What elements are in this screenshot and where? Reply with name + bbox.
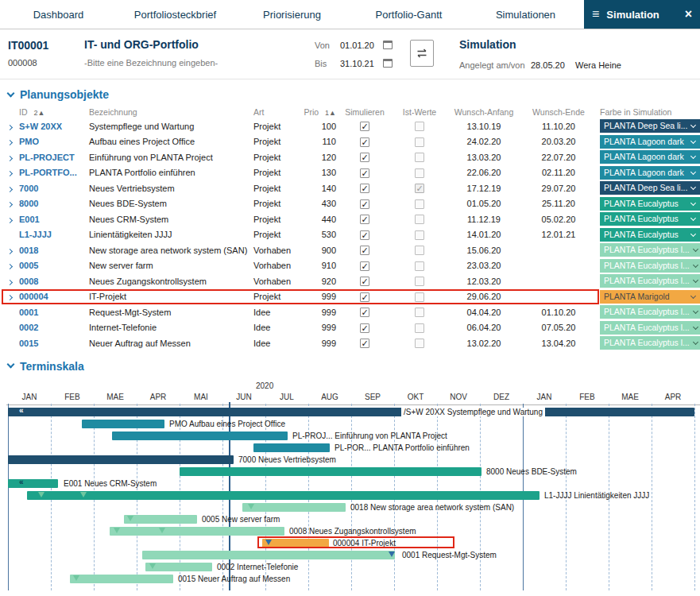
farbe-dropdown[interactable]: PLANTA Lagoon dark	[600, 166, 700, 180]
farbe-dropdown[interactable]: PLANTA Eucalyptus l...	[600, 259, 700, 273]
simulieren-checkbox[interactable]: ✓	[360, 122, 369, 131]
gantt-bar-7000[interactable]	[8, 455, 234, 464]
farbe-dropdown[interactable]: PLANTA Eucalyptus l...	[600, 274, 700, 288]
planning-row-l1-jjjj[interactable]: L1-JJJJLinientätigkeiten JJJJProjekt530✓…	[5, 227, 700, 243]
ist-werte-checkbox[interactable]	[415, 339, 424, 348]
von-date-field[interactable]: 01.01.20	[340, 41, 374, 50]
ist-werte-checkbox[interactable]	[415, 137, 424, 147]
tab-simulationen[interactable]: Simulationen	[467, 0, 584, 29]
simulieren-checkbox[interactable]: ✓	[360, 246, 369, 255]
planning-row-e001[interactable]: E001Neues CRM-SystemProjekt440✓11.12.190…	[5, 211, 700, 227]
milestone-marker-icon[interactable]	[38, 492, 44, 497]
farbe-dropdown[interactable]: PLANTA Eucalyptus	[600, 197, 700, 211]
active-module-simulation[interactable]: ≡ Simulation ×	[584, 0, 700, 29]
ist-werte-checkbox[interactable]	[415, 199, 424, 209]
farbe-dropdown[interactable]: PLANTA Eucalyptus l...	[600, 336, 700, 350]
simulieren-checkbox[interactable]: ✓	[360, 137, 369, 147]
ist-werte-checkbox[interactable]: ✓	[415, 184, 424, 193]
expand-chevron-icon[interactable]	[7, 140, 13, 145]
tab-portfoliosteckbrief[interactable]: Portfoliosteckbrief	[117, 0, 234, 29]
farbe-dropdown[interactable]: PLANTA Eucalyptus	[600, 228, 700, 242]
milestone-marker-icon[interactable]	[265, 540, 272, 545]
calendar-icon[interactable]	[383, 41, 393, 49]
col-bezeichnung[interactable]: Bezeichnung	[89, 107, 253, 117]
gantt-bar-8000[interactable]	[180, 467, 481, 476]
farbe-dropdown[interactable]: PLANTA Deep Sea li...	[600, 119, 700, 133]
expand-chevron-icon[interactable]	[7, 202, 13, 207]
col-ist-werte[interactable]: Ist-Werte	[393, 107, 446, 117]
expand-chevron-icon[interactable]	[7, 264, 13, 269]
gantt-bar-e001[interactable]	[8, 479, 58, 488]
planning-row-pl-project[interactable]: PL-PROJECTEinführung von PLANTA ProjectP…	[5, 149, 700, 165]
planning-row-7000[interactable]: 7000Neues VertriebsystemProjekt140✓✓17.1…	[5, 180, 700, 196]
col-wunsch-ende[interactable]: Wunsch-Ende	[522, 107, 595, 117]
expand-chevron-icon[interactable]	[7, 187, 13, 192]
gantt-bar-0005[interactable]	[124, 515, 197, 524]
ist-werte-checkbox[interactable]	[415, 230, 424, 240]
calendar-icon[interactable]	[383, 59, 393, 68]
planning-row-0001[interactable]: 0001Request-Mgt-SystemIdee999✓04.04.2001…	[5, 304, 700, 320]
planning-row-s-w-20xx[interactable]: S+W 20XXSystempflege und WartungProjekt1…	[5, 118, 700, 134]
expand-chevron-icon[interactable]	[7, 218, 13, 223]
simulieren-checkbox[interactable]: ✓	[360, 230, 369, 240]
bis-date-field[interactable]: 31.10.21	[340, 59, 374, 68]
ist-werte-checkbox[interactable]	[415, 308, 424, 317]
close-icon[interactable]: ×	[685, 8, 692, 21]
simulieren-checkbox[interactable]: ✓	[360, 277, 369, 286]
simulieren-checkbox[interactable]: ✓	[360, 323, 369, 333]
planning-row-0002[interactable]: 0002Internet-TelefonieIdee999✓06.04.2007…	[5, 320, 700, 336]
milestone-marker-icon[interactable]	[149, 563, 156, 569]
gantt-bar-0008[interactable]	[110, 527, 284, 536]
hamburger-menu-icon[interactable]: ≡	[592, 8, 599, 21]
tab-dashboard[interactable]: Dashboard	[0, 0, 117, 29]
farbe-dropdown[interactable]: PLANTA Eucalyptus	[600, 212, 700, 226]
col-wunsch-anfang[interactable]: Wunsch-Anfang	[446, 107, 522, 117]
farbe-dropdown[interactable]: PLANTA Eucalyptus l...	[600, 305, 700, 319]
ist-werte-checkbox[interactable]	[415, 215, 424, 224]
ist-werte-checkbox[interactable]	[415, 246, 424, 255]
simulieren-checkbox[interactable]: ✓	[360, 292, 369, 302]
planning-row-0018[interactable]: 0018New storage area network system (SAN…	[5, 242, 700, 258]
planning-row-0005[interactable]: 0005New server farmVorhaben910✓23.03.20P…	[5, 258, 700, 274]
gantt-bar-0015[interactable]	[70, 575, 173, 583]
milestone-marker-icon[interactable]	[159, 528, 165, 533]
expand-chevron-icon[interactable]	[7, 171, 13, 176]
milestone-marker-icon[interactable]	[127, 516, 133, 521]
milestone-marker-icon[interactable]	[73, 575, 79, 581]
milestone-marker-icon[interactable]	[248, 504, 254, 509]
ist-werte-checkbox[interactable]	[415, 261, 424, 271]
milestone-marker-icon[interactable]	[80, 492, 87, 497]
farbe-dropdown[interactable]: PLANTA Deep Sea li...	[600, 181, 700, 195]
ist-werte-checkbox[interactable]	[415, 168, 424, 178]
planning-row-0015[interactable]: 0015Neuer Auftrag auf MessenIdee999✓13.0…	[5, 335, 700, 351]
simulieren-checkbox[interactable]: ✓	[360, 339, 369, 348]
col-prio[interactable]: Prio1▲	[303, 107, 336, 117]
farbe-dropdown[interactable]: PLANTA Lagoon dark	[600, 135, 700, 149]
col-farbe[interactable]: Farbe in Simulation	[595, 107, 700, 117]
milestone-marker-icon[interactable]	[389, 551, 395, 557]
collapse-chevron-icon[interactable]	[7, 361, 15, 369]
simulieren-checkbox[interactable]: ✓	[360, 261, 369, 271]
refresh-button[interactable]	[410, 40, 434, 67]
col-id[interactable]: ID2▲	[19, 107, 89, 117]
expand-chevron-icon[interactable]	[7, 280, 13, 285]
gantt-bar-pmo[interactable]	[82, 420, 164, 428]
gantt-bar-0001[interactable]	[142, 551, 395, 559]
col-simulieren[interactable]: Simulieren	[336, 107, 393, 117]
ist-werte-checkbox[interactable]	[415, 277, 424, 286]
col-art[interactable]: Art	[253, 107, 303, 117]
planning-row-000004[interactable]: 000004IT-ProjektProjekt999✓29.06.20PLANT…	[5, 289, 700, 305]
simulieren-checkbox[interactable]: ✓	[360, 168, 369, 178]
expand-chevron-icon[interactable]	[7, 156, 13, 161]
ist-werte-checkbox[interactable]	[415, 323, 424, 333]
simulieren-checkbox[interactable]: ✓	[360, 184, 369, 193]
simulieren-checkbox[interactable]: ✓	[360, 199, 369, 209]
collapse-chevron-icon[interactable]	[7, 89, 15, 97]
ist-werte-checkbox[interactable]	[415, 153, 424, 162]
farbe-dropdown[interactable]: PLANTA Eucalyptus l...	[600, 321, 700, 335]
simulieren-checkbox[interactable]: ✓	[360, 153, 369, 162]
simulieren-checkbox[interactable]: ✓	[360, 215, 369, 224]
expand-chevron-icon[interactable]	[7, 249, 13, 254]
ist-werte-checkbox[interactable]	[415, 292, 424, 302]
farbe-dropdown[interactable]: PLANTA Lagoon dark	[600, 150, 700, 164]
